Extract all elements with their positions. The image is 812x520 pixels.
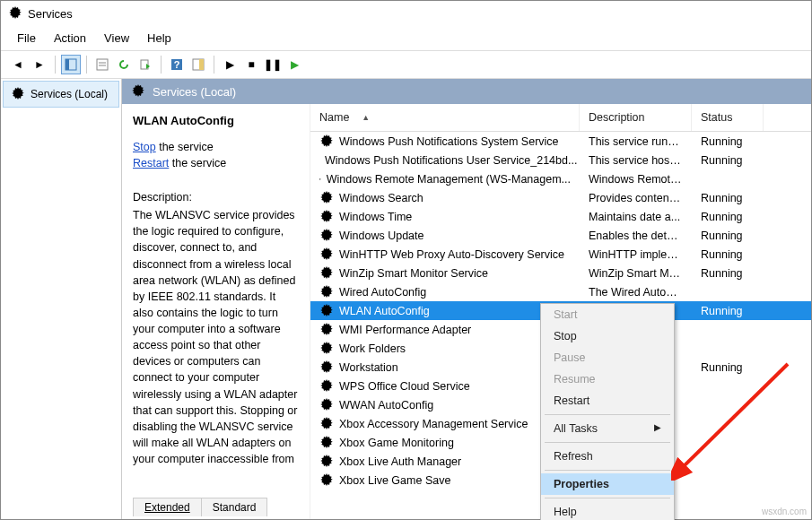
tab-standard[interactable]: Standard (201, 498, 268, 516)
cell-desc: WinHTTP implem... (580, 247, 692, 262)
service-row[interactable]: WinHTTP Web Proxy Auto-Discovery Service… (310, 245, 811, 264)
cell-desc: WinZip Smart Mo... (580, 266, 692, 281)
stop-service-button[interactable]: ■ (241, 55, 261, 74)
service-icon (319, 191, 334, 205)
menu-action[interactable]: Action (47, 30, 93, 47)
service-icon (319, 379, 334, 394)
svg-rect-3 (97, 59, 108, 70)
cell-status (692, 423, 764, 425)
help-button[interactable]: ? (167, 55, 187, 74)
svg-rect-2 (65, 59, 69, 70)
context-menu: Start Stop Pause Resume Restart All Task… (540, 303, 675, 520)
service-icon (319, 229, 334, 243)
cell-status: Running (692, 134, 764, 149)
service-row[interactable]: WinZip Smart Monitor ServiceWinZip Smart… (310, 264, 811, 282)
ctx-start[interactable]: Start (541, 304, 674, 325)
menu-file[interactable]: File (10, 30, 43, 47)
service-row[interactable]: Windows SearchProvides content ...Runnin… (310, 188, 811, 207)
ctx-properties[interactable]: Properties (541, 473, 674, 495)
menu-help[interactable]: Help (140, 30, 179, 47)
col-status[interactable]: Status (692, 104, 764, 131)
service-row[interactable]: Windows UpdateEnables the detec...Runnin… (310, 226, 811, 245)
service-icon (319, 360, 334, 375)
col-name[interactable]: Name▲ (310, 104, 580, 131)
pause-service-button[interactable]: ❚❚ (263, 55, 283, 74)
service-row[interactable]: Windows Push Notifications User Service_… (310, 151, 811, 169)
cell-status: Running (692, 210, 764, 224)
cell-name: Xbox Live Game Save (310, 472, 580, 489)
ctx-help[interactable]: Help (541, 501, 674, 520)
export-button[interactable] (135, 55, 155, 74)
menubar: File Action View Help (1, 26, 811, 50)
service-icon (319, 323, 334, 337)
cell-name: WinHTTP Web Proxy Auto-Discovery Service (310, 247, 580, 263)
ctx-all-tasks[interactable]: All Tasks▶ (541, 418, 674, 439)
cell-desc: The Wired AutoC... (580, 285, 692, 299)
restart-service-link-row: Restart the service (133, 155, 299, 171)
restart-service-button[interactable]: ▶ (284, 55, 304, 74)
description-label: Description: (133, 189, 299, 205)
menu-view[interactable]: View (97, 30, 136, 47)
services-icon (8, 6, 22, 21)
ctx-restart[interactable]: Restart (541, 390, 674, 412)
service-row[interactable]: Windows Remote Management (WS-Managem...… (310, 169, 811, 188)
cell-desc: This service runs i... (580, 134, 692, 149)
ctx-refresh[interactable]: Refresh (541, 446, 674, 467)
titlebar: Services (1, 1, 811, 26)
refresh-button[interactable] (114, 55, 134, 74)
submenu-arrow-icon: ▶ (654, 422, 661, 432)
start-service-button[interactable]: ▶ (220, 55, 240, 74)
cell-status (692, 329, 764, 331)
ctx-stop[interactable]: Stop (541, 325, 674, 347)
properties-button[interactable] (92, 55, 112, 74)
cell-name: Windows Time (310, 209, 580, 225)
cell-desc: Enables the detec... (580, 229, 692, 243)
content-banner: Services (Local) (122, 79, 811, 104)
cell-status (692, 461, 764, 463)
service-row[interactable]: Wired AutoConfigThe Wired AutoC... (310, 282, 811, 301)
col-description[interactable]: Description (580, 104, 692, 131)
separator (214, 56, 214, 74)
svg-rect-10 (199, 59, 204, 70)
service-row[interactable]: Windows Push Notifications System Servic… (310, 132, 811, 151)
cell-name: Windows Search (310, 190, 580, 206)
cell-status (692, 386, 764, 387)
show-hide-action-button[interactable] (188, 55, 208, 74)
toolbar: ◄ ► ? ▶ ■ ❚❚ ▶ (1, 50, 811, 79)
separator (161, 56, 162, 74)
window-title: Services (28, 7, 73, 21)
restart-link[interactable]: Restart (133, 157, 169, 169)
service-icon (319, 134, 334, 149)
cell-desc: Provides content ... (580, 191, 692, 205)
forward-button[interactable]: ► (30, 55, 49, 74)
description-body: The WLANSVC service provides the logic r… (133, 207, 299, 467)
separator (545, 498, 670, 498)
cell-name: Work Folders (310, 341, 580, 357)
ctx-resume[interactable]: Resume (541, 368, 674, 390)
cell-name: Xbox Live Auth Manager (310, 454, 580, 470)
cell-name: Windows Push Notifications System Servic… (310, 134, 580, 150)
show-hide-tree-button[interactable] (61, 55, 81, 74)
cell-name: WLAN AutoConfig (310, 303, 580, 319)
stop-link[interactable]: Stop (133, 141, 156, 153)
service-icon (319, 304, 334, 318)
cell-name: Xbox Accessory Management Service (310, 416, 580, 432)
separator (545, 414, 670, 415)
service-row[interactable]: Windows TimeMaintains date a...Running (310, 207, 811, 226)
tab-extended[interactable]: Extended (133, 498, 201, 516)
cell-status: Running (692, 247, 764, 262)
cell-status: Running (692, 229, 764, 243)
cell-name: Windows Push Notifications User Service_… (310, 152, 580, 169)
cell-name: Windows Update (310, 228, 580, 244)
separator (86, 56, 87, 74)
back-button[interactable]: ◄ (8, 55, 28, 74)
tree-item-services-local[interactable]: Services (Local) (3, 81, 119, 108)
tree-item-label: Services (Local) (31, 88, 108, 100)
ctx-pause[interactable]: Pause (541, 347, 674, 368)
service-icon (319, 455, 334, 469)
cell-status (692, 442, 764, 444)
cell-status (692, 404, 764, 406)
service-icon (319, 473, 334, 488)
service-icon (319, 417, 334, 431)
separator (55, 56, 56, 74)
